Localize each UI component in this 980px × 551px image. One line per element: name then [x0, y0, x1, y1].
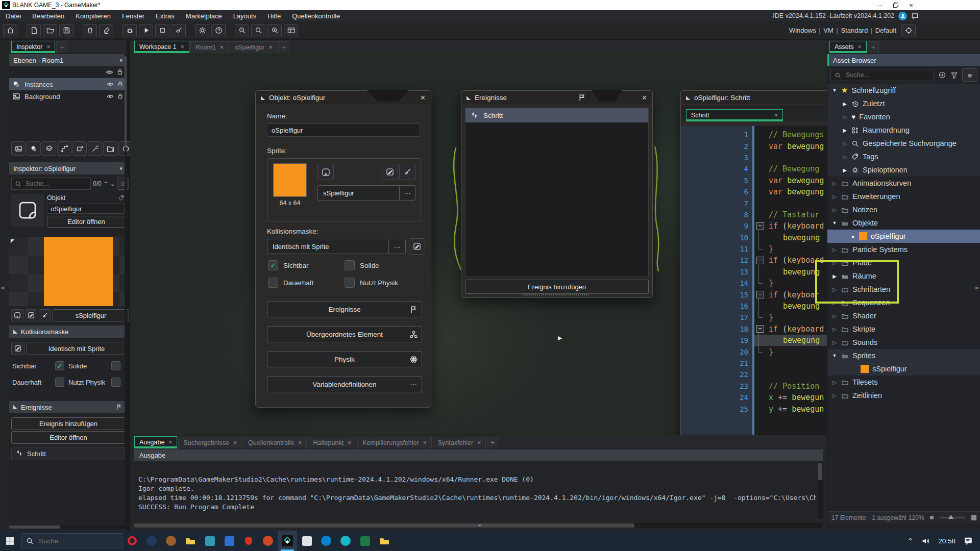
ereignisse-button[interactable]: Ereignisse — [267, 301, 422, 317]
code-line-3[interactable]: 3 — [681, 152, 827, 163]
dialog-checkbox-solide[interactable]: Solide — [345, 260, 421, 270]
dialog-checkbox-nutzt-physik[interactable]: Nutzt Physik — [345, 278, 421, 288]
tree-expand-icon[interactable]: ▷ — [831, 207, 838, 213]
broom-toolbar-icon[interactable] — [172, 24, 186, 37]
paint2-toolbar-icon[interactable] — [99, 24, 113, 37]
checkbox-box[interactable]: ✓ — [268, 260, 278, 270]
tab-close-icon[interactable]: × — [298, 439, 302, 446]
code-line-7[interactable]: 7 — [681, 197, 827, 209]
layer-row-instances[interactable]: Instances — [9, 78, 127, 90]
workspace-tab-sspielfigur[interactable]: sSpielfigur× — [230, 41, 277, 53]
code-line-23[interactable]: 23 // Position — [681, 381, 827, 392]
output-tab-suchergebnisse[interactable]: Suchergebnisse× — [178, 437, 242, 448]
tab-close-icon[interactable]: × — [220, 44, 224, 51]
layers-header[interactable]: Ebenen - Room1▾ — [9, 54, 127, 66]
tree-expand-icon[interactable]: ▷ — [842, 114, 848, 120]
checkbox-box[interactable] — [345, 260, 355, 270]
open-editor-button[interactable]: Editor öffnen — [47, 216, 126, 228]
code-panel-titlebar[interactable]: oSpielfigur: Schritt — [681, 91, 827, 105]
asset-raumordnung[interactable]: ▶Raumordnung — [827, 123, 980, 137]
output-tab-kompilierungsfehler[interactable]: Kompilierungsfehler× — [357, 437, 432, 448]
start-button[interactable] — [0, 531, 19, 551]
fold-toggle-icon[interactable]: − — [753, 291, 767, 298]
inspector-checkbox-nutzt-physik[interactable]: Nutzt Physik — [68, 378, 125, 387]
edit-mask-icon[interactable] — [11, 342, 24, 355]
layout-toolbar-icon[interactable] — [284, 24, 298, 37]
asset-sequenzen[interactable]: ▷Sequenzen — [827, 296, 980, 309]
open-event-editor-button[interactable]: Editor öffnen — [11, 431, 126, 444]
fold-toggle-icon[interactable]: − — [753, 222, 767, 230]
clock[interactable]: 20:58 — [938, 537, 955, 545]
code-line-5[interactable]: 5 var bewegung — [681, 175, 827, 186]
lock-icon[interactable] — [116, 68, 124, 76]
inspector-checkbox-dauerhaft[interactable]: Dauerhaft — [12, 378, 68, 387]
eye-icon[interactable] — [107, 93, 114, 100]
name-input[interactable]: oSpielfigur — [267, 123, 420, 137]
fold-toggle-icon[interactable]: − — [753, 325, 767, 333]
code-line-13[interactable]: 13 bewegung — [681, 266, 827, 278]
target-manager-icon[interactable] — [901, 24, 916, 37]
events-dialog-titlebar[interactable]: Ereignisse ✕ — [461, 91, 652, 105]
add-tab-button[interactable]: + — [868, 41, 879, 53]
new-sprite-icon[interactable] — [11, 309, 23, 321]
code-line-12[interactable]: 12 − if (keyboard — [681, 255, 827, 266]
asset-tags[interactable]: ▷Tags — [827, 150, 980, 163]
target-windows[interactable]: Windows — [789, 27, 816, 34]
target-standard[interactable]: Standard — [841, 27, 868, 34]
asset-pfade[interactable]: ▷Pfade — [827, 256, 980, 269]
inspector-checkbox-sichtbar[interactable]: Sichtbar✓ — [12, 361, 68, 370]
sprite-more-button[interactable]: ··· — [399, 185, 415, 201]
add-tab-button[interactable]: + — [487, 437, 498, 448]
filter-icon[interactable] — [950, 71, 958, 79]
checkbox-box[interactable] — [268, 278, 278, 288]
taskbar-app-explorer-folder[interactable] — [181, 531, 200, 551]
sprite-select[interactable]: sSpielfigur — [317, 185, 403, 201]
tree-expand-icon[interactable]: ▷ — [831, 247, 838, 253]
open-toolbar-icon[interactable] — [43, 24, 57, 37]
sprite-thumbnail[interactable] — [274, 164, 306, 196]
assets-menu-icon[interactable]: ≡ — [962, 68, 977, 82]
code-line-8[interactable]: 8 // Tastatur — [681, 209, 827, 220]
zoomreset-toolbar-icon[interactable] — [251, 24, 265, 37]
collapse-output-chevron-icon[interactable]: ⌄ — [477, 521, 482, 528]
dialog-checkbox-sichtbar[interactable]: ✓Sichtbar — [268, 260, 345, 270]
image-tool-icon[interactable] — [11, 141, 26, 156]
search-prev-icon[interactable]: ⌃ — [104, 181, 108, 187]
tree-expand-icon[interactable]: ▶ — [831, 273, 838, 279]
asset-objekte[interactable]: ▼Objekte — [827, 216, 980, 230]
inspector-hscrollbar[interactable] — [9, 525, 127, 529]
collision-mask-mode[interactable]: Identisch mit Sprite — [27, 342, 127, 355]
asset-skripte[interactable]: ▷Skripte — [827, 322, 980, 336]
code-line-21[interactable]: 21 — [681, 358, 827, 369]
zoom-out-icon[interactable] — [930, 516, 934, 519]
lock-icon[interactable] — [117, 81, 124, 88]
checkbox-box[interactable] — [111, 361, 120, 370]
tree-expand-icon[interactable]: ▷ — [831, 313, 838, 319]
search-next-icon[interactable]: ⌄ — [110, 181, 115, 187]
asset-spieloptionen[interactable]: ▶Spieloptionen — [827, 163, 980, 177]
zoomout-toolbar-icon[interactable] — [235, 24, 249, 37]
mask-more-button[interactable]: ··· — [388, 239, 406, 254]
taskbar-app-skype[interactable] — [316, 531, 336, 551]
tree-expand-icon[interactable]: ▶ — [842, 167, 848, 173]
dialog-checkbox-dauerhaft[interactable]: Dauerhaft — [268, 278, 345, 288]
add-event-button[interactable]: Ereignis hinzufügen — [11, 417, 126, 430]
übergeordnetes-element-button[interactable]: Übergeordnetes Element — [267, 326, 422, 342]
tab-close-icon[interactable]: × — [348, 439, 351, 446]
inspector-checkbox-solide[interactable]: Solide — [68, 361, 125, 370]
object-name-value[interactable]: oSpielfigur — [47, 204, 125, 214]
eye-icon[interactable] — [106, 68, 113, 76]
close-icon[interactable]: ✕ — [642, 94, 647, 102]
tab-schritt[interactable]: Schritt × — [686, 109, 783, 121]
taskbar-app-opera[interactable] — [122, 531, 142, 551]
output-tab-haltepunkt[interactable]: Haltepunkt× — [308, 437, 356, 448]
asset-ospielfigur[interactable]: ●oSpielfigur — [827, 230, 980, 243]
tree-expand-icon[interactable]: ▶ — [842, 128, 848, 133]
taskbar-app-app-brown[interactable] — [161, 531, 181, 551]
event-row-schritt[interactable]: Schritt — [465, 108, 648, 122]
add-tab-button[interactable]: + — [56, 41, 67, 53]
asset-gespeicherte-suchvorgänge[interactable]: ▷Gespeicherte Suchvorgänge — [827, 137, 980, 150]
code-line-11[interactable]: 11 } — [681, 243, 827, 255]
user-avatar[interactable] — [898, 12, 907, 20]
brush-icon[interactable] — [39, 309, 51, 321]
